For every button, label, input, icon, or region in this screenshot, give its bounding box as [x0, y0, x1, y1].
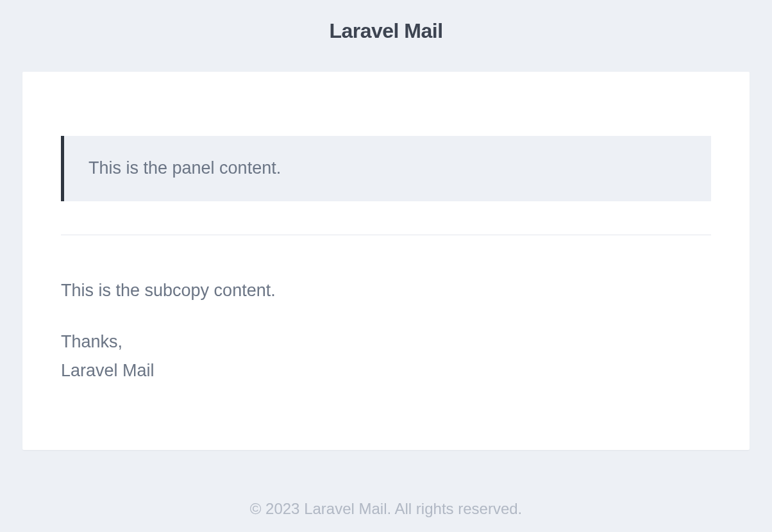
- footer-copyright: © 2023 Laravel Mail. All rights reserved…: [0, 500, 772, 518]
- panel-content: This is the panel content.: [88, 156, 687, 181]
- signoff: Thanks, Laravel Mail: [61, 328, 711, 387]
- info-panel: This is the panel content.: [61, 136, 711, 201]
- email-header: Laravel Mail: [0, 0, 772, 72]
- header-title: Laravel Mail: [0, 19, 772, 43]
- signoff-closing: Thanks,: [61, 332, 122, 351]
- divider: [61, 235, 711, 235]
- signoff-sender: Laravel Mail: [61, 361, 155, 380]
- email-footer: © 2023 Laravel Mail. All rights reserved…: [0, 450, 772, 518]
- subcopy-text: This is the subcopy content.: [61, 279, 711, 303]
- email-body: This is the panel content. This is the s…: [22, 72, 750, 450]
